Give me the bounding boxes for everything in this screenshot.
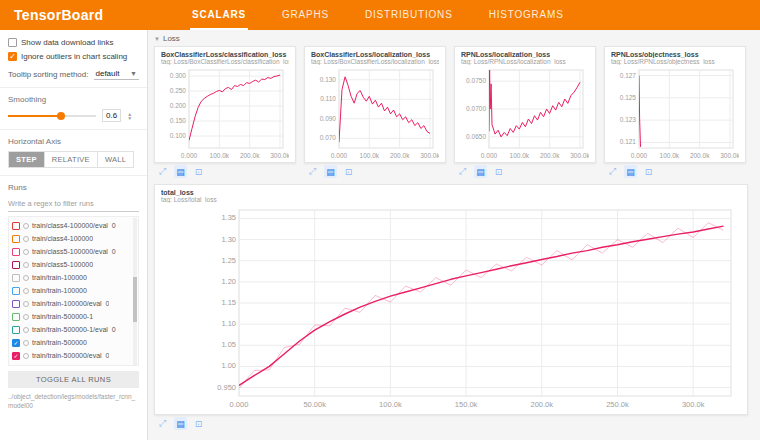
- run-isolator-icon[interactable]: [23, 327, 29, 333]
- run-row[interactable]: train/train-100000: [12, 271, 130, 284]
- run-checkbox[interactable]: [12, 222, 20, 230]
- chart-toolbar: ⤢▤⊡: [606, 165, 746, 178]
- run-isolator-icon[interactable]: [23, 275, 29, 281]
- pin-icon[interactable]: ⊡: [192, 417, 205, 430]
- svg-text:0.125: 0.125: [620, 94, 637, 101]
- smoothing-slider[interactable]: [8, 115, 96, 117]
- chart-toolbar: ⤢▤⊡: [456, 165, 596, 178]
- pin-icon[interactable]: ⊡: [642, 165, 655, 178]
- run-row[interactable]: train/train-100000: [12, 284, 130, 297]
- run-isolator-icon[interactable]: [23, 314, 29, 320]
- run-checkbox[interactable]: [12, 313, 20, 321]
- data-table-icon[interactable]: ▤: [174, 417, 187, 430]
- run-label: train/train-500000/eval_0: [32, 352, 109, 359]
- run-row[interactable]: train/train-500000-1/eval_0: [12, 323, 130, 336]
- run-checkbox[interactable]: [12, 326, 20, 334]
- fullscreen-icon[interactable]: ⤢: [156, 417, 169, 430]
- run-isolator-icon[interactable]: [23, 340, 29, 346]
- run-label: train/class5-100000/eval_0: [32, 248, 116, 255]
- fullscreen-icon[interactable]: ⤢: [456, 165, 469, 178]
- svg-text:0.123: 0.123: [620, 116, 637, 123]
- slider-thumb-handle[interactable]: [57, 112, 65, 120]
- horizontal-axis-buttons: STEPRELATIVEWALL: [8, 151, 139, 168]
- run-checkbox[interactable]: [12, 300, 20, 308]
- run-checkbox[interactable]: ✓: [12, 339, 20, 347]
- run-isolator-icon[interactable]: [23, 353, 29, 359]
- sidebar: Show data download links ✓ Ignore outlie…: [0, 30, 148, 440]
- run-label: train/train-500000-1/eval_0: [32, 326, 116, 333]
- tab-graphs[interactable]: GRAPHS: [280, 0, 331, 30]
- smoothing-label: Smoothing: [8, 95, 139, 104]
- run-row[interactable]: train/train-100000/eval_0: [12, 297, 130, 310]
- run-isolator-icon[interactable]: [23, 262, 29, 268]
- toggle-all-runs-button[interactable]: TOGGLE ALL RUNS: [8, 371, 139, 388]
- tab-histograms[interactable]: HISTOGRAMS: [487, 0, 566, 30]
- fullscreen-icon[interactable]: ⤢: [306, 165, 319, 178]
- data-table-icon[interactable]: ▤: [624, 165, 637, 178]
- checkbox-checked-icon[interactable]: ✓: [8, 52, 17, 61]
- chart-title: BoxClassifierLoss/localization_loss: [311, 51, 439, 58]
- svg-text:0.000: 0.000: [331, 152, 348, 159]
- chart-canvas[interactable]: 0.1210.1230.1250.1270.000100.0k200.0k300…: [611, 66, 739, 160]
- stepper-icons[interactable]: ▲▼: [127, 112, 132, 120]
- smoothing-value[interactable]: 0.6: [102, 109, 121, 122]
- run-label: train/train-100000: [32, 287, 87, 294]
- fullscreen-icon[interactable]: ⤢: [156, 165, 169, 178]
- svg-text:100.0k: 100.0k: [210, 152, 230, 159]
- run-checkbox[interactable]: [12, 274, 20, 282]
- run-isolator-icon[interactable]: [23, 301, 29, 307]
- axis-wall-button[interactable]: WALL: [98, 151, 134, 168]
- run-isolator-icon[interactable]: [23, 236, 29, 242]
- scrollbar-thumb[interactable]: [133, 277, 137, 322]
- app-title[interactable]: TensorBoard: [0, 7, 150, 23]
- run-row[interactable]: train/class4-100000/eval_0: [12, 219, 130, 232]
- svg-text:1.30: 1.30: [221, 235, 236, 244]
- run-row[interactable]: train/class4-100000: [12, 232, 130, 245]
- axis-step-button[interactable]: STEP: [8, 151, 45, 168]
- tooltip-sort-select[interactable]: default ▼: [94, 68, 140, 80]
- chart-title: BoxClassifierLoss/classification_loss: [161, 51, 289, 58]
- run-row[interactable]: train/class5-100000: [12, 258, 130, 271]
- svg-text:1.20: 1.20: [221, 277, 236, 286]
- data-table-icon[interactable]: ▤: [174, 165, 187, 178]
- runs-filter-input[interactable]: [8, 197, 139, 212]
- svg-text:0.100: 0.100: [170, 132, 187, 139]
- pin-icon[interactable]: ⊡: [192, 165, 205, 178]
- axis-relative-button[interactable]: RELATIVE: [45, 151, 98, 168]
- chart-title: RPNLoss/localization_loss: [461, 51, 589, 58]
- chart-canvas[interactable]: 0.1000.1500.2000.2500.3000.000100.0k200.…: [161, 66, 289, 160]
- run-isolator-icon[interactable]: [23, 249, 29, 255]
- pin-icon[interactable]: ⊡: [342, 165, 355, 178]
- run-checkbox[interactable]: [12, 235, 20, 243]
- run-row[interactable]: train/train-500000-1: [12, 310, 130, 323]
- data-table-icon[interactable]: ▤: [474, 165, 487, 178]
- data-table-icon[interactable]: ▤: [324, 165, 337, 178]
- run-checkbox[interactable]: [12, 261, 20, 269]
- run-row[interactable]: train/class5-100000/eval_0: [12, 245, 130, 258]
- chart-canvas[interactable]: 0.06500.07000.07500.000100.0k200.0k300.0…: [461, 66, 589, 160]
- run-checkbox[interactable]: [12, 248, 20, 256]
- tab-distributions[interactable]: DISTRIBUTIONS: [363, 0, 455, 30]
- run-isolator-icon[interactable]: [23, 288, 29, 294]
- category-header[interactable]: ▼ Loss: [154, 34, 752, 43]
- chart-card: BoxClassifierLoss/localization_losstag: …: [304, 46, 446, 163]
- chart-canvas[interactable]: 0.0700.0900.1100.1300.000100.0k200.0k300…: [311, 66, 439, 160]
- chart-tag: tag: Loss/BoxClassifierLoss/localization…: [311, 58, 439, 65]
- svg-text:300.0k: 300.0k: [682, 400, 705, 409]
- chart-block: RPNLoss/localization_losstag: Loss/RPNLo…: [454, 46, 596, 178]
- tab-scalars[interactable]: SCALARS: [190, 0, 248, 30]
- ignore-outliers-option[interactable]: ✓ Ignore outliers in chart scaling: [8, 52, 139, 61]
- run-checkbox[interactable]: [12, 287, 20, 295]
- checkbox-icon[interactable]: [8, 38, 17, 47]
- run-row[interactable]: ✓train/train-500000: [12, 336, 130, 349]
- checkbox-label: Ignore outliers in chart scaling: [21, 52, 127, 61]
- divider: [0, 129, 147, 130]
- run-row[interactable]: ✓train/train-500000/eval_0: [12, 349, 130, 362]
- total-loss-chart[interactable]: 0.9501.001.051.101.151.201.251.301.350.0…: [161, 204, 741, 412]
- fullscreen-icon[interactable]: ⤢: [606, 165, 619, 178]
- pin-icon[interactable]: ⊡: [492, 165, 505, 178]
- run-isolator-icon[interactable]: [23, 223, 29, 229]
- run-checkbox[interactable]: ✓: [12, 352, 20, 360]
- show-download-links-option[interactable]: Show data download links: [8, 38, 139, 47]
- chart-card: BoxClassifierLoss/classification_losstag…: [154, 46, 296, 163]
